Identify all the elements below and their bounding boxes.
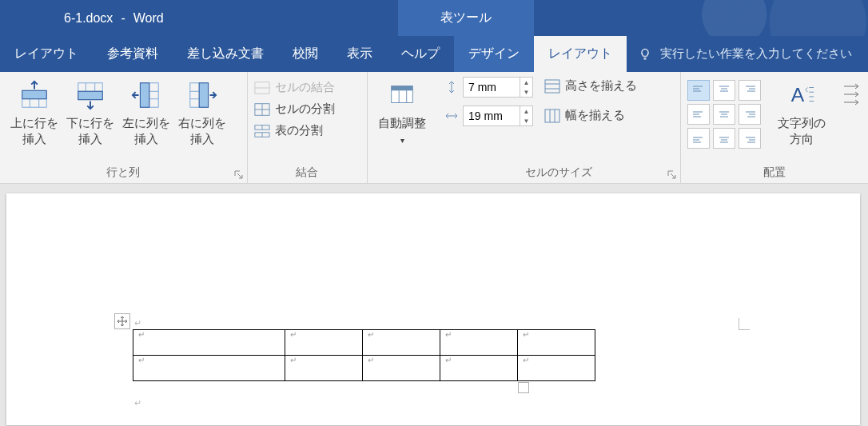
ribbon-tabs: レイアウト 参考資料 差し込み文書 校閲 表示 ヘルプ デザイン レイアウト 実… [0,36,868,72]
table-cell[interactable]: ↵ [518,356,595,381]
dialog-launcher-icon[interactable] [667,170,677,180]
group-label-rows-cols: 行と列 [0,162,247,183]
align-top-left[interactable] [687,80,710,101]
row-height-spinner[interactable]: ▲▼ [463,77,533,98]
more-arrows-icon [842,82,862,113]
split-cells-icon [254,102,270,117]
title-text: 6-1.docx - Word [0,11,398,26]
page[interactable]: ↵ ↵ ↵ ↵ ↵ ↵ ↵ ↵ ↵ ↵ ↵ ↵ [6,193,860,425]
group-alignment: A 文字列の方向 配置 [681,72,868,183]
bulb-icon [638,47,652,62]
insert-row-below-button[interactable]: 下に行を挿入 [62,77,118,148]
col-width-down[interactable]: ▼ [520,116,532,125]
col-width-input[interactable] [464,109,520,122]
insert-col-right-button[interactable]: 右に列を挿入 [174,77,230,148]
split-table-icon [254,124,270,138]
row-height-input[interactable] [464,81,520,94]
table-row[interactable]: ↵ ↵ ↵ ↵ ↵ [133,330,595,356]
merge-cells-label: セルの結合 [275,80,335,95]
distribute-cols-button[interactable]: 幅を揃える [544,108,637,123]
col-width-icon [444,108,460,124]
insert-row-below-label: 下に行を挿入 [66,115,114,148]
align-mid-right[interactable] [739,104,761,125]
align-mid-left[interactable] [687,104,710,125]
insert-row-above-button[interactable]: 上に行を挿入 [6,77,62,148]
table-cell[interactable]: ↵ [440,356,518,381]
align-mid-center[interactable] [713,104,735,125]
table-cell[interactable]: ↵ [363,330,440,356]
insert-col-right-icon [187,80,217,110]
table-move-handle[interactable] [114,313,130,329]
align-bot-center[interactable] [713,128,735,149]
insert-col-right-label: 右に列を挿入 [178,115,226,148]
distribute-rows-icon [544,79,560,94]
tab-table-layout[interactable]: レイアウト [534,36,627,72]
title-bar: 6-1.docx - Word 表ツール [0,0,868,36]
text-direction-label: 文字列の方向 [778,115,826,148]
tab-table-design[interactable]: デザイン [454,36,534,72]
paragraph-mark: ↵ [134,318,141,328]
distribute-rows-button[interactable]: 高さを揃える [544,78,637,94]
margin-corner [739,312,756,329]
align-bot-right[interactable] [739,128,761,149]
svg-rect-30 [392,86,413,91]
table-cell[interactable]: ↵ [363,356,440,381]
text-direction-button[interactable]: A 文字列の方向 [770,77,833,148]
merge-cells-button: セルの結合 [254,80,335,95]
tab-references[interactable]: 参考資料 [93,36,173,72]
autofit-button[interactable]: 自動調整▾ [374,77,430,148]
insert-col-left-icon [131,80,161,110]
dialog-launcher-icon[interactable] [234,170,244,180]
tab-layout[interactable]: レイアウト [0,36,93,72]
table-cell[interactable]: ↵ [518,330,595,356]
alignment-grid [687,77,761,149]
group-merge: セルの結合 セルの分割 表の分割 結合 [248,72,368,183]
row-height-icon [444,79,460,95]
row-height-up[interactable]: ▲ [520,78,532,87]
table-cell[interactable]: ↵ [133,356,285,381]
split-cells-label: セルの分割 [275,102,335,117]
context-tab-label: 表ツール [440,10,492,26]
context-tab-header: 表ツール [398,0,534,36]
paragraph-mark: ↵ [134,398,141,408]
group-label-merge: 結合 [248,162,367,183]
table-cell[interactable]: ↵ [440,330,518,356]
insert-row-above-icon [19,80,50,110]
svg-rect-14 [140,83,149,107]
table-cell[interactable]: ↵ [285,330,363,356]
tab-view[interactable]: 表示 [332,36,387,72]
tab-help[interactable]: ヘルプ [387,36,454,72]
tab-review[interactable]: 校閲 [278,36,332,72]
insert-col-left-label: 左に列を挿入 [122,115,170,148]
doc-filename: 6-1.docx [64,11,113,26]
split-table-button[interactable]: 表の分割 [254,123,335,138]
table-row[interactable]: ↵ ↵ ↵ ↵ ↵ [133,356,595,381]
table-resize-handle[interactable] [518,382,529,393]
svg-rect-33 [545,80,559,93]
group-label-alignment: 配置 [681,162,868,183]
align-top-center[interactable] [713,80,735,101]
col-width-up[interactable]: ▲ [520,106,532,116]
distribute-cols-label: 幅を揃える [565,108,625,123]
document-area: ↵ ↵ ↵ ↵ ↵ ↵ ↵ ↵ ↵ ↵ ↵ ↵ [0,184,868,426]
insert-row-above-label: 上に行を挿入 [10,115,58,148]
split-cells-button[interactable]: セルの分割 [254,102,335,117]
align-top-right[interactable] [739,80,761,101]
table-cell[interactable]: ↵ [285,356,363,381]
title-sep: - [121,11,125,26]
row-height-down[interactable]: ▼ [520,87,532,97]
title-right-decor [534,0,868,36]
document-table[interactable]: ↵ ↵ ↵ ↵ ↵ ↵ ↵ ↵ ↵ ↵ [133,329,595,381]
distribute-rows-label: 高さを揃える [565,78,637,94]
align-bot-left[interactable] [687,128,710,149]
table-cell[interactable]: ↵ [133,330,285,356]
svg-rect-9 [78,91,102,99]
tell-me[interactable]: 実行したい作業を入力してください [627,36,868,72]
tab-mailings[interactable]: 差し込み文書 [173,36,278,72]
svg-rect-36 [545,109,559,122]
col-width-spinner[interactable]: ▲▼ [463,106,533,126]
tell-me-placeholder: 実行したい作業を入力してください [660,46,852,62]
insert-col-left-button[interactable]: 左に列を挿入 [118,77,174,148]
merge-cells-icon [254,81,270,95]
autofit-label: 自動調整▾ [378,115,426,148]
